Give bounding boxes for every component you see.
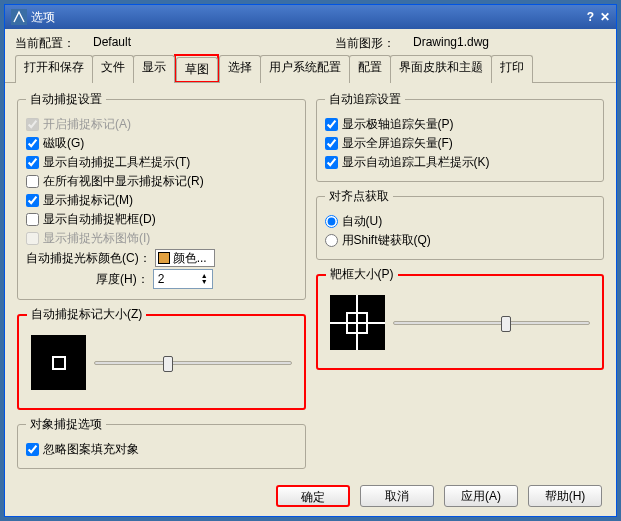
apply-button[interactable]: 应用(A) <box>444 485 518 507</box>
chk-aperture-box[interactable] <box>26 213 39 226</box>
autosnap-group: 自动捕捉设置 开启捕捉标记(A) 磁吸(G) 显示自动捕捉工具栏提示(T) 在所… <box>17 91 306 300</box>
radio-auto[interactable] <box>325 215 338 228</box>
aperture-preview <box>330 295 385 350</box>
alignpoint-legend: 对齐点获取 <box>325 188 393 205</box>
chk-enable-marker <box>26 118 39 131</box>
tab-open-save[interactable]: 打开和保存 <box>15 55 93 83</box>
cancel-button[interactable]: 取消 <box>360 485 434 507</box>
chk-track-tooltip[interactable] <box>325 156 338 169</box>
tab-profiles[interactable]: 配置 <box>349 55 391 83</box>
current-profile-value: Default <box>93 35 243 52</box>
marker-size-group: 自动捕捉标记大小(Z) <box>17 306 306 410</box>
ok-button[interactable]: 确定 <box>276 485 350 507</box>
current-profile-label: 当前配置： <box>15 35 75 52</box>
tab-drafting[interactable]: 草图 <box>176 57 218 81</box>
help-sys-button[interactable]: ? <box>587 10 594 24</box>
tab-display[interactable]: 显示 <box>133 55 175 83</box>
window-title: 选项 <box>31 9 55 26</box>
chk-ignore-hatch[interactable] <box>26 443 39 456</box>
titlebar: 选项 ? ✕ <box>5 5 616 29</box>
autotrack-group: 自动追踪设置 显示极轴追踪矢量(P) 显示全屏追踪矢量(F) 显示自动追踪工具栏… <box>316 91 605 182</box>
aperture-size-group: 靶框大小(P) <box>316 266 605 370</box>
thickness-spinner[interactable]: 2▲▼ <box>153 269 213 289</box>
osnap-options-group: 对象捕捉选项 忽略图案填充对象 <box>17 416 306 469</box>
tab-user-prefs[interactable]: 用户系统配置 <box>260 55 350 83</box>
snap-color-label: 自动捕捉光标颜色(C)： <box>26 250 151 267</box>
radio-shift[interactable] <box>325 234 338 247</box>
tab-print[interactable]: 打印 <box>491 55 533 83</box>
autotrack-legend: 自动追踪设置 <box>325 91 405 108</box>
button-row: 确定 取消 应用(A) 帮助(H) <box>5 477 616 515</box>
snap-color-button[interactable]: 颜色... <box>155 249 215 267</box>
marker-preview <box>31 335 86 390</box>
aperture-size-legend: 靶框大小(P) <box>326 266 398 283</box>
tab-skin-theme[interactable]: 界面皮肤和主题 <box>390 55 492 83</box>
tab-selection[interactable]: 选择 <box>219 55 261 83</box>
current-drawing-label: 当前图形： <box>335 35 395 52</box>
options-dialog: 选项 ? ✕ 当前配置： Default 当前图形： Drawing1.dwg … <box>4 4 617 517</box>
help-button[interactable]: 帮助(H) <box>528 485 602 507</box>
chk-cursor-deco <box>26 232 39 245</box>
aperture-size-slider[interactable] <box>393 321 591 325</box>
thickness-label: 厚度(H)： <box>96 271 149 288</box>
chk-all-views[interactable] <box>26 175 39 188</box>
autosnap-legend: 自动捕捉设置 <box>26 91 106 108</box>
close-sys-button[interactable]: ✕ <box>600 10 610 24</box>
chk-show-marker[interactable] <box>26 194 39 207</box>
alignpoint-group: 对齐点获取 自动(U) 用Shift键获取(Q) <box>316 188 605 260</box>
chk-polar-vector[interactable] <box>325 118 338 131</box>
tab-files[interactable]: 文件 <box>92 55 134 83</box>
current-drawing-value: Drawing1.dwg <box>413 35 563 52</box>
spin-down-icon[interactable]: ▼ <box>201 279 208 285</box>
marker-size-legend: 自动捕捉标记大小(Z) <box>27 306 146 323</box>
chk-snap-tooltip[interactable] <box>26 156 39 169</box>
chk-magnet[interactable] <box>26 137 39 150</box>
chk-fullscreen-vector[interactable] <box>325 137 338 150</box>
osnap-options-legend: 对象捕捉选项 <box>26 416 106 433</box>
color-swatch-icon <box>158 252 170 264</box>
marker-size-slider[interactable] <box>94 361 292 365</box>
tab-strip: 打开和保存 文件 显示 草图 选择 用户系统配置 配置 界面皮肤和主题 打印 <box>5 54 616 83</box>
app-icon <box>11 9 27 25</box>
